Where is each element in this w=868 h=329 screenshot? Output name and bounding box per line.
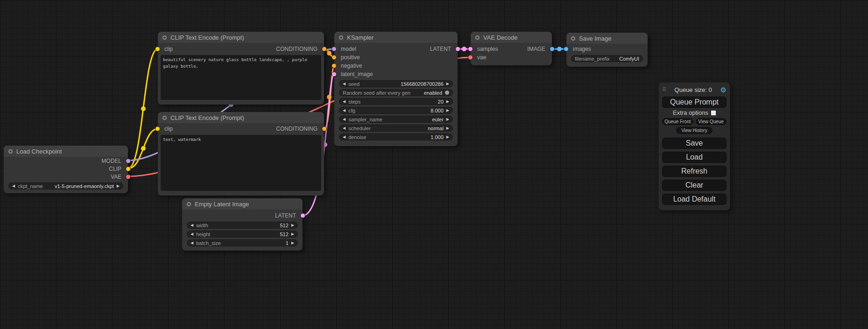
output-port-vae[interactable] bbox=[126, 174, 131, 179]
decrement-arrow-icon[interactable]: ◀ bbox=[343, 109, 346, 112]
decrement-arrow-icon[interactable]: ◀ bbox=[343, 118, 346, 121]
node-ksampler[interactable]: KSampler model LATENT positive negative … bbox=[334, 32, 458, 146]
widget-seed[interactable]: ◀ seed 156680208700286 ▶ bbox=[339, 80, 453, 87]
settings-gear-icon[interactable]: ⚙ bbox=[720, 86, 727, 93]
increment-arrow-icon[interactable]: ▶ bbox=[117, 184, 120, 188]
widget-filename-prefix[interactable]: filename_prefix ComfyUI bbox=[571, 55, 643, 62]
output-port-image[interactable] bbox=[550, 47, 555, 52]
widget-random-seed-toggle[interactable]: Random seed after every gen enabled bbox=[339, 89, 453, 96]
increment-arrow-icon[interactable]: ▶ bbox=[446, 109, 449, 112]
increment-arrow-icon[interactable]: ▶ bbox=[446, 118, 449, 121]
increment-arrow-icon[interactable]: ▶ bbox=[446, 100, 449, 104]
prompt-textarea[interactable]: text, watermark bbox=[161, 135, 321, 191]
link-midpoint-dot[interactable] bbox=[557, 47, 562, 51]
input-port-negative[interactable] bbox=[332, 63, 337, 69]
output-label: CONDITIONING bbox=[276, 126, 318, 132]
decrement-arrow-icon[interactable]: ◀ bbox=[191, 224, 193, 227]
widget-width[interactable]: ◀ width 512 ▶ bbox=[187, 222, 298, 229]
queue-prompt-button[interactable]: Queue Prompt bbox=[662, 97, 727, 108]
output-port-conditioning[interactable] bbox=[322, 47, 327, 52]
widget-sampler-name[interactable]: ◀ sampler_name euler ▶ bbox=[339, 116, 453, 123]
widget-steps[interactable]: ◀ steps 20 ▶ bbox=[339, 98, 453, 105]
link-midpoint-dot[interactable] bbox=[327, 95, 332, 99]
clear-button[interactable]: Clear bbox=[662, 180, 727, 191]
view-queue-button[interactable]: View Queue bbox=[696, 118, 727, 125]
node-title-bar[interactable]: CLIP Text Encode (Prompt) bbox=[158, 32, 324, 43]
toggle-indicator-icon[interactable] bbox=[445, 91, 449, 95]
node-vae-decode[interactable]: VAE Decode samples IMAGE vae bbox=[471, 32, 552, 65]
link-midpoint-dot[interactable] bbox=[141, 106, 146, 111]
widget-cfg[interactable]: ◀ cfg 8.000 ▶ bbox=[339, 107, 453, 114]
input-port-clip[interactable] bbox=[155, 126, 160, 132]
collapse-dot-icon[interactable] bbox=[475, 35, 480, 40]
load-button[interactable]: Load bbox=[662, 152, 727, 163]
decrement-arrow-icon[interactable]: ◀ bbox=[191, 241, 193, 245]
widget-height[interactable]: ◀ height 512 ▶ bbox=[187, 231, 298, 238]
node-title-bar[interactable]: VAE Decode bbox=[471, 32, 552, 43]
decrement-arrow-icon[interactable]: ◀ bbox=[12, 184, 15, 188]
node-load-checkpoint[interactable]: Load Checkpoint MODEL CLIP VAE ◀ ckpt_na… bbox=[4, 146, 128, 193]
collapse-dot-icon[interactable] bbox=[162, 35, 167, 40]
input-port-clip[interactable] bbox=[155, 47, 160, 52]
input-port-latent-image[interactable] bbox=[332, 72, 337, 77]
increment-arrow-icon[interactable]: ▶ bbox=[446, 135, 449, 139]
widget-scheduler[interactable]: ◀ scheduler normal ▶ bbox=[339, 125, 453, 132]
output-port-conditioning[interactable] bbox=[322, 126, 327, 132]
node-title-bar[interactable]: CLIP Text Encode (Prompt) bbox=[158, 112, 324, 123]
link-midpoint-dot[interactable] bbox=[141, 146, 146, 151]
node-empty-latent-image[interactable]: Empty Latent Image LATENT ◀ width 512 ▶ … bbox=[182, 198, 303, 251]
link-midpoint-dot[interactable] bbox=[327, 51, 332, 56]
input-label: clip bbox=[164, 126, 173, 132]
decrement-arrow-icon[interactable]: ◀ bbox=[343, 135, 346, 139]
node-title-bar[interactable]: Empty Latent Image bbox=[182, 198, 303, 210]
view-history-button[interactable]: View History bbox=[676, 127, 713, 134]
widget-name: steps bbox=[348, 99, 360, 105]
decrement-arrow-icon[interactable]: ◀ bbox=[343, 82, 346, 86]
decrement-arrow-icon[interactable]: ◀ bbox=[343, 100, 346, 104]
extra-options-checkbox[interactable] bbox=[711, 111, 716, 115]
node-title-bar[interactable]: KSampler bbox=[334, 32, 458, 43]
collapse-dot-icon[interactable] bbox=[339, 35, 343, 40]
collapse-dot-icon[interactable] bbox=[162, 116, 167, 120]
decrement-arrow-icon[interactable]: ◀ bbox=[343, 126, 346, 130]
drag-handle-icon[interactable]: ⠿ bbox=[662, 86, 666, 93]
input-port-vae[interactable] bbox=[468, 55, 473, 60]
increment-arrow-icon[interactable]: ▶ bbox=[291, 224, 294, 227]
output-label: CLIP bbox=[109, 166, 121, 172]
refresh-button[interactable]: Refresh bbox=[662, 166, 727, 177]
widget-batch-size[interactable]: ◀ batch_size 1 ▶ bbox=[187, 239, 298, 246]
widget-name: sampler_name bbox=[348, 117, 382, 122]
increment-arrow-icon[interactable]: ▶ bbox=[291, 232, 294, 236]
input-port-model[interactable] bbox=[332, 47, 337, 52]
widget-ckpt-name[interactable]: ◀ ckpt_name v1-5-pruned-emaonly.ckpt ▶ bbox=[8, 182, 123, 189]
prompt-textarea[interactable]: beautiful scenery nature glass bottle la… bbox=[161, 55, 321, 100]
node-title: Load Checkpoint bbox=[16, 148, 62, 155]
widget-value: ComfyUI bbox=[619, 56, 639, 62]
increment-arrow-icon[interactable]: ▶ bbox=[446, 82, 449, 86]
decrement-arrow-icon[interactable]: ◀ bbox=[191, 232, 193, 236]
increment-arrow-icon[interactable]: ▶ bbox=[291, 241, 294, 245]
link-midpoint-dot[interactable] bbox=[462, 47, 466, 51]
node-clip-text-encode-negative[interactable]: CLIP Text Encode (Prompt) clip CONDITION… bbox=[158, 112, 324, 196]
collapse-dot-icon[interactable] bbox=[571, 36, 575, 41]
input-port-samples[interactable] bbox=[468, 47, 473, 52]
node-title-bar[interactable]: Load Checkpoint bbox=[4, 146, 128, 157]
node-title-bar[interactable]: Save Image bbox=[566, 33, 648, 44]
node-graph-canvas[interactable]: Load Checkpoint MODEL CLIP VAE ◀ ckpt_na… bbox=[0, 0, 868, 329]
output-port-clip[interactable] bbox=[126, 166, 131, 171]
node-save-image[interactable]: Save Image images filename_prefix ComfyU… bbox=[566, 33, 648, 67]
node-clip-text-encode-positive[interactable]: CLIP Text Encode (Prompt) clip CONDITION… bbox=[158, 32, 324, 105]
load-default-button[interactable]: Load Default bbox=[662, 194, 727, 205]
increment-arrow-icon[interactable]: ▶ bbox=[446, 126, 449, 130]
input-label: positive bbox=[341, 54, 360, 61]
input-port-positive[interactable] bbox=[332, 55, 337, 60]
output-port-latent[interactable] bbox=[455, 47, 460, 52]
output-port-model[interactable] bbox=[126, 158, 131, 163]
save-button[interactable]: Save bbox=[662, 138, 727, 149]
collapse-dot-icon[interactable] bbox=[187, 202, 191, 206]
queue-front-button[interactable]: Queue Front bbox=[662, 118, 693, 125]
widget-denoise[interactable]: ◀ denoise 1.000 ▶ bbox=[339, 133, 453, 140]
collapse-dot-icon[interactable] bbox=[8, 149, 13, 154]
output-port-latent[interactable] bbox=[300, 213, 305, 218]
input-port-images[interactable] bbox=[564, 47, 569, 52]
